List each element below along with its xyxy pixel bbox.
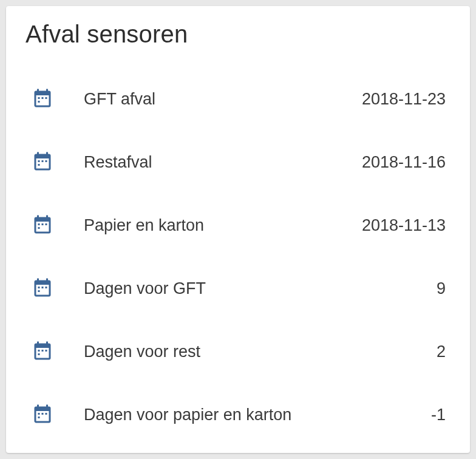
sensor-row[interactable]: GFT afval 2018-11-23 [25,67,450,131]
sensor-label: Restafval [84,153,362,172]
card-title: Afval sensoren [25,21,450,48]
calendar-icon [30,87,55,111]
sensor-value: 2018-11-16 [362,153,446,172]
calendar-icon [30,403,55,427]
calendar-icon [30,276,55,301]
sensor-label: Dagen voor rest [84,342,437,361]
calendar-icon [30,339,55,364]
sensor-row[interactable]: Restafval 2018-11-16 [25,131,450,194]
sensor-label: Papier en karton [84,216,362,235]
sensor-value: -1 [431,406,446,424]
sensor-card: Afval sensoren GFT afval 2018-11-23 Rest… [6,6,470,453]
sensor-label: GFT afval [84,90,362,109]
sensor-value: 2018-11-13 [362,216,446,235]
sensor-row[interactable]: Dagen voor rest 2 [25,320,450,383]
sensor-label: Dagen voor papier en karton [84,406,431,424]
sensor-label: Dagen voor GFT [84,279,437,298]
calendar-icon [30,213,55,237]
sensor-row[interactable]: Dagen voor papier en karton -1 [25,383,450,446]
sensor-row[interactable]: Dagen voor GFT 9 [25,257,450,320]
sensor-value: 9 [437,279,446,298]
calendar-icon [30,150,55,174]
sensor-row[interactable]: Papier en karton 2018-11-13 [25,194,450,257]
sensor-value: 2018-11-23 [362,90,446,109]
sensor-list: GFT afval 2018-11-23 Restafval 2018-11-1… [25,67,450,446]
sensor-value: 2 [437,342,446,361]
